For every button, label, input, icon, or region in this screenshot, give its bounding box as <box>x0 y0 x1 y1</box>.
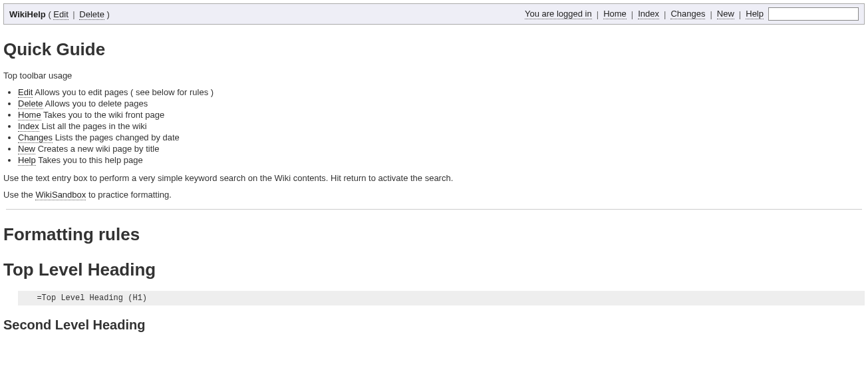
separator: | <box>737 9 743 19</box>
separator: | <box>595 9 601 19</box>
search-note: Use the text entry box to perform a very… <box>3 173 865 183</box>
delete-link[interactable]: Delete <box>79 9 104 20</box>
separator: | <box>708 9 714 19</box>
intro-text: Top toolbar usage <box>3 71 865 81</box>
li-delete-text: Allows you to delete pages <box>43 98 148 108</box>
paren-close: ) <box>104 9 110 19</box>
list-item: Changes Lists the pages changed by date <box>18 132 865 142</box>
li-delete-link[interactable]: Delete <box>18 98 43 109</box>
paren-open: ( <box>46 9 54 19</box>
home-link[interactable]: Home <box>603 9 627 19</box>
li-new-text: Creates a new wiki page by title <box>35 144 159 154</box>
search-input[interactable] <box>768 7 859 21</box>
list-item: Edit Allows you to edit pages ( see belo… <box>18 87 865 97</box>
code-block-h1: =Top Level Heading (H1) <box>18 291 865 305</box>
li-index-link[interactable]: Index <box>18 121 39 132</box>
li-home-text: Takes you to the wiki front page <box>41 110 164 120</box>
list-item: Delete Allows you to delete pages <box>18 98 865 108</box>
li-home-link[interactable]: Home <box>18 110 41 120</box>
li-changes-text: Lists the pages changed by date <box>53 132 180 142</box>
divider <box>6 209 862 210</box>
page-title-label: WikiHelp <box>9 9 46 19</box>
li-help-text: Takes you to this help page <box>36 155 143 165</box>
edit-link[interactable]: Edit <box>53 9 68 20</box>
sandbox-pre: Use the <box>3 190 35 200</box>
toolbar-usage-list: Edit Allows you to edit pages ( see belo… <box>18 87 865 165</box>
li-index-text: List all the pages in the wiki <box>39 121 147 131</box>
heading-formatting-rules: Formatting rules <box>3 224 865 245</box>
help-link[interactable]: Help <box>746 9 764 19</box>
heading-top-level: Top Level Heading <box>3 260 865 280</box>
sandbox-post: to practice formatting. <box>86 190 172 200</box>
list-item: Home Takes you to the wiki front page <box>18 110 865 120</box>
new-link[interactable]: New <box>717 9 734 19</box>
li-edit-link[interactable]: Edit <box>18 87 33 98</box>
changes-link[interactable]: Changes <box>670 9 705 19</box>
wikisandbox-link[interactable]: WikiSandbox <box>35 190 86 200</box>
li-edit-text: Allows you to edit pages ( see below for… <box>33 87 214 97</box>
logged-in-link[interactable]: You are logged in <box>525 9 592 19</box>
li-changes-link[interactable]: Changes <box>18 132 53 143</box>
index-link[interactable]: Index <box>638 9 659 19</box>
top-toolbar: WikiHelp ( Edit | Delete ) You are logge… <box>3 3 865 25</box>
list-item: Index List all the pages in the wiki <box>18 121 865 131</box>
li-new-link[interactable]: New <box>18 144 35 154</box>
sandbox-note: Use the WikiSandbox to practice formatti… <box>3 190 865 200</box>
separator: | <box>69 9 80 19</box>
heading-quick-guide: Quick Guide <box>3 39 865 60</box>
li-help-link[interactable]: Help <box>18 155 36 166</box>
toolbar-right: You are logged in | Home | Index | Chang… <box>525 7 859 21</box>
heading-second-level: Second Level Heading <box>3 317 865 333</box>
separator: | <box>629 9 635 19</box>
list-item: New Creates a new wiki page by title <box>18 144 865 154</box>
toolbar-left: WikiHelp ( Edit | Delete ) <box>9 9 110 19</box>
separator: | <box>662 9 668 19</box>
page-content: Quick Guide Top toolbar usage Edit Allow… <box>3 39 865 346</box>
list-item: Help Takes you to this help page <box>18 155 865 165</box>
